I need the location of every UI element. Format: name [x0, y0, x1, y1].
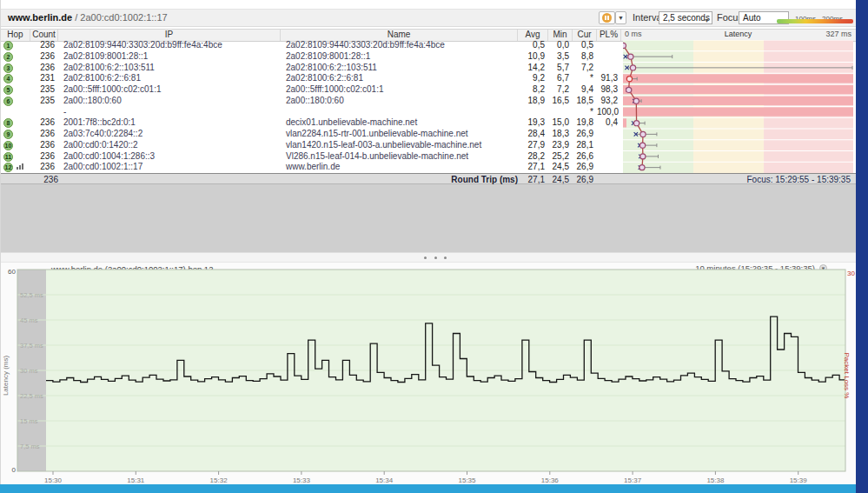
- cell-name: 2a00::5fff:1000:c02:c01:1: [281, 84, 518, 96]
- table-row[interactable]: 122362a00:cd0:1002:1::17www.berlin.de27,…: [1, 162, 623, 173]
- cell-min: 5,7: [548, 63, 573, 74]
- table-row[interactable]: 82362001:7f8::bc2d:0:1decix01.unbelievab…: [1, 117, 623, 129]
- cell-avg: 19,3: [518, 117, 548, 129]
- table-row[interactable]: 42312a02:8100:6:2::6:812a02:8100:6:2::6:…: [1, 73, 623, 84]
- cell-count: 236: [30, 140, 58, 151]
- cell-min: 6,7: [548, 73, 573, 84]
- cell-pl: [597, 162, 621, 173]
- table-row[interactable]: 112362a00:cd0:1004:1:286::3Vl286.n15-lea…: [1, 151, 623, 163]
- hop-number-badge: 8: [3, 118, 13, 128]
- svg-text:15:33: 15:33: [293, 476, 311, 484]
- table-row[interactable]: 22362a02:8109:8001:28::12a02:8109:8001:2…: [1, 51, 623, 63]
- round-trip-label: Round Trip (ms): [281, 175, 518, 184]
- table-row[interactable]: -*100,0: [1, 107, 623, 118]
- hop-latency-minigraph[interactable]: [623, 40, 853, 173]
- table-row[interactable]: 12362a02:8109:9440:3303:20d:b9ff:fe4a:4b…: [1, 40, 623, 51]
- cell-name: [281, 107, 518, 118]
- table-row[interactable]: 32362a02:8100:6:2::103:5112a02:8100:6:2:…: [1, 63, 623, 74]
- hop-number-badge: 6: [3, 97, 13, 106]
- cell-ip: 2a00::180:0:60: [58, 96, 281, 107]
- cell-avg: 9,2: [518, 73, 548, 84]
- cell-cur: 19,8: [573, 117, 597, 129]
- svg-text:15:38: 15:38: [706, 476, 725, 484]
- cell-name: 2a02:8100:6:2::6:81: [281, 73, 518, 84]
- cell-avg: 0,5: [518, 40, 548, 51]
- svg-text:15:31: 15:31: [127, 476, 145, 484]
- cell-min: 3,5: [548, 51, 573, 63]
- target-ip: 2a00:cd0:1002:1::17: [80, 12, 167, 23]
- svg-text:Latency (ms): Latency (ms): [2, 356, 10, 396]
- cell-min: 16,5: [548, 96, 573, 107]
- panel-splitter[interactable]: [1, 252, 857, 263]
- cell-name: www.berlin.de: [281, 162, 518, 173]
- latency-timeline-chart[interactable]: 52,5 ms45 ms37,5 ms30 ms22,5 ms15 ms7,5 …: [1, 263, 857, 484]
- toolbar: www.berlin.de / 2a00:cd0:1002:1::17 ▼ In…: [1, 9, 857, 27]
- cell-count: 236: [30, 63, 58, 74]
- title-separator: /: [72, 12, 80, 23]
- hop-number-badge: 12: [3, 163, 13, 172]
- cell-count: 235: [30, 84, 58, 96]
- cell-cur: *: [573, 107, 597, 118]
- cell-pl: [597, 40, 621, 51]
- focus-range-label: Focus: 15:29:55 - 15:39:35: [623, 175, 851, 184]
- target-host: www.berlin.de: [8, 12, 72, 23]
- cell-ip: 2a02:8100:6:2::6:81: [58, 73, 281, 84]
- interval-select[interactable]: 2,5 seconds ▼: [659, 11, 712, 24]
- pingplotter-window: www.berlin.de / 2a00:cd0:1002:1::17 ▼ In…: [0, 0, 857, 484]
- round-trip-row: 236 Round Trip (ms) 27,1 24,5 26,9 Focus…: [1, 173, 857, 184]
- table-row[interactable]: 62352a00::180:0:602a00::180:0:6018,916,5…: [1, 96, 623, 107]
- latency-column-header: 0 ms Latency 327 ms: [623, 30, 853, 39]
- cell-count: 236: [30, 51, 58, 63]
- cell-ip: 2a02:8100:6:2::103:511: [58, 63, 281, 74]
- cell-name: decix01.unbelievable-machine.net: [281, 117, 518, 129]
- cell-name: 2a00::180:0:60: [281, 96, 518, 107]
- cell-pl: [597, 151, 621, 163]
- cell-cur: *: [573, 73, 597, 84]
- svg-text:15:34: 15:34: [375, 476, 394, 484]
- hop-number-badge: 10: [3, 141, 13, 150]
- chevron-down-icon: ▼: [618, 10, 624, 26]
- cell-name: 2a02:8100:6:2::103:511: [281, 63, 518, 74]
- cell-pl: 0,4: [597, 117, 621, 129]
- cell-min: [548, 107, 573, 118]
- cell-min: 25,2: [548, 151, 573, 163]
- pause-dropdown-button[interactable]: ▼: [615, 11, 626, 24]
- latency-title: Latency: [623, 30, 853, 38]
- cell-count: 236: [30, 129, 58, 140]
- pause-button[interactable]: [599, 11, 615, 24]
- hop-number-badge: 11: [3, 152, 13, 162]
- svg-text:45 ms: 45 ms: [20, 316, 38, 324]
- cell-ip: 2a00:cd0:1004:1:286::3: [58, 151, 281, 163]
- cell-min: 24,5: [548, 162, 573, 173]
- cell-ip: 2a02:8109:8001:28::1: [58, 51, 281, 63]
- table-row[interactable]: 92362a03:7c40:0:2284::2vlan2284.n15-rtr-…: [1, 129, 623, 140]
- cell-pl: [597, 51, 621, 63]
- cell-cur: 26,9: [573, 162, 597, 173]
- hop-number-badge: 5: [3, 85, 13, 95]
- cell-ip: -: [58, 107, 281, 118]
- cell-cur: 28,1: [573, 140, 597, 151]
- table-row[interactable]: 52352a00::5fff:1000:c02:c01:12a00::5fff:…: [1, 84, 623, 96]
- hop-number-badge: 4: [3, 74, 13, 83]
- cell-avg: 27,9: [518, 140, 548, 151]
- svg-text:30: 30: [847, 270, 855, 277]
- cell-count: 236: [30, 151, 58, 163]
- cell-avg: 27,1: [518, 162, 548, 173]
- svg-text:0: 0: [12, 466, 17, 474]
- cell-avg: 10,9: [518, 51, 548, 63]
- cell-cur: 9,4: [573, 84, 597, 96]
- cell-min: 7,2: [548, 84, 573, 96]
- svg-text:7,5 ms: 7,5 ms: [20, 443, 40, 450]
- cell-count: 235: [30, 96, 58, 107]
- latency-color-legend: 100ms 200ms: [777, 10, 853, 25]
- cell-pl: 100,0: [597, 107, 621, 118]
- cell-cur: 18,5: [573, 96, 597, 107]
- cell-pl: 91,3: [597, 73, 621, 84]
- round-trip-count: 236: [30, 175, 62, 184]
- table-row[interactable]: 102362a00:cd0:0:1420::2vlan1420.n15-leaf…: [1, 140, 623, 151]
- timeline-graph-panel: www.berlin.de (2a00:cd0:1002:1::17) hop …: [1, 263, 857, 484]
- cell-count: 236: [30, 162, 58, 173]
- cell-cur: 8,8: [573, 51, 597, 63]
- svg-text:37,5 ms: 37,5 ms: [20, 342, 43, 350]
- empty-panel-area: [1, 184, 857, 252]
